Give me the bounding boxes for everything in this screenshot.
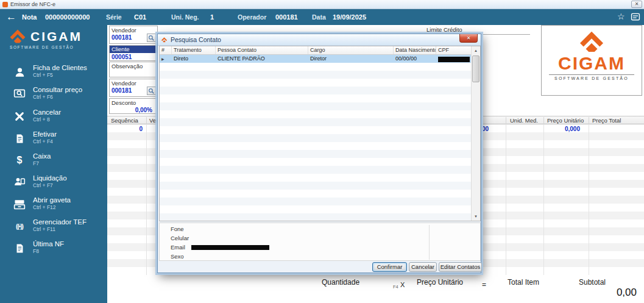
menu-shortcut: Ctrl + 8 <box>33 116 105 123</box>
cell-tratamento: Direto <box>172 55 216 63</box>
menu-shortcut: Ctrl + F12 <box>33 204 105 210</box>
desconto-value: 0,00% <box>110 106 157 114</box>
header-bar: ← Nota 000000000000 Série C01 Uni. Neg. … <box>0 9 644 25</box>
column-separator <box>589 117 589 124</box>
sidebar-item-cancelar[interactable]: Cancelar Ctrl + 8 <box>0 107 107 127</box>
grid-empty-rows[interactable] <box>160 63 471 221</box>
col-cargo[interactable]: Cargo <box>308 46 394 54</box>
cigam-logo-panel: CIGAM SOFTWARE DE GESTÃO <box>541 25 642 96</box>
sidebar-item-consultar-preco[interactable]: Consultar preço Ctrl + F6 <box>0 85 107 104</box>
invoice-icon <box>12 241 27 255</box>
sidebar-item-gerenciador-tef[interactable]: ((•)) Gerenciador TEF Ctrl + F11 <box>0 217 107 237</box>
cancelar-button[interactable]: Cancelar <box>409 262 437 272</box>
total-item-label: Total Item <box>508 278 539 287</box>
sidebar-item-ultima-nf[interactable]: Última NF F8 <box>0 239 107 258</box>
col-pessoa-contato[interactable]: Pessoa Contato <box>216 46 308 54</box>
subtotal-label: Subtotal <box>579 278 606 287</box>
cliente-value: 000051 <box>110 53 157 61</box>
sidebar-item-liquidacao[interactable]: Liquidação Ctrl + F7 <box>0 173 107 193</box>
wireless-icon: ((•)) <box>12 219 27 233</box>
menu-label: Gerenciador TEF <box>33 218 105 226</box>
dialog-title: Pesquisa Contato <box>171 36 221 43</box>
row-sequencia-value: 0 <box>108 125 143 133</box>
search-icon[interactable] <box>147 34 156 42</box>
back-arrow-icon[interactable]: ← <box>6 9 16 25</box>
contacts-grid: # Tratamento Pessoa Contato Cargo Data N… <box>159 46 481 221</box>
email-redacted-bar <box>191 245 269 250</box>
grid-scrollbar[interactable]: ▲ ▼ <box>471 46 480 221</box>
cell-cargo: Diretor <box>308 55 394 63</box>
search-icon[interactable] <box>147 87 156 95</box>
menu-shortcut: F7 <box>33 160 105 166</box>
sexo-label: Sexo <box>171 253 184 260</box>
menu-label: Abrir gaveta <box>33 196 105 204</box>
contact-detail-panel: Fone Celular Email Sexo <box>159 223 481 261</box>
vendedor-label: Vendedor <box>110 26 157 34</box>
sidebar-item-efetivar[interactable]: Efetivar Ctrl + F4 <box>0 129 107 149</box>
menu-label: Ficha de Clientes <box>33 64 105 71</box>
col-preco-total[interactable]: Preço Total <box>592 116 621 124</box>
menu-label: Última NF <box>33 240 105 248</box>
cpf-redacted-bar <box>438 57 470 62</box>
cigam-house-icon <box>9 28 27 45</box>
col-data-nascimento[interactable]: Data Nascimento <box>394 46 436 54</box>
cliente-label: Cliente <box>110 46 157 53</box>
col-hash[interactable]: # <box>160 46 172 54</box>
f4-hint: F4 <box>393 284 398 290</box>
column-separator <box>543 117 544 124</box>
menu-label: Cancelar <box>33 109 105 116</box>
dialog-titlebar[interactable]: Pesquisa Contato ✕ <box>158 34 481 46</box>
scroll-down-icon[interactable]: ▼ <box>472 212 480 221</box>
vendedor-label: Vendedor <box>110 79 157 87</box>
fone-label: Fone <box>171 226 184 232</box>
confirmar-button[interactable]: Confirmar <box>372 262 407 272</box>
column-line <box>589 124 589 275</box>
dialog-icon <box>161 37 168 43</box>
preco-unitario-label: Preço Unitário <box>417 278 463 287</box>
cell-data-nascimento: 00/00/00 <box>394 55 436 63</box>
col-unid-med[interactable]: Unid. Med. <box>510 116 538 124</box>
window-titlebar: Emissor de NFC-e ✕ <box>0 0 644 9</box>
grid-header: # Tratamento Pessoa Contato Cargo Data N… <box>160 46 480 55</box>
desconto-label: Desconto <box>110 99 157 106</box>
window-close-icon[interactable]: ✕ <box>631 1 642 8</box>
sidebar-item-abrir-gaveta[interactable]: Abrir gaveta Ctrl + F12 <box>0 195 107 215</box>
col-tratamento[interactable]: Tratamento <box>172 46 216 54</box>
contact-row[interactable]: ▶ Direto CLIENTE PADRÃO Diretor 00/00/00 <box>160 55 480 63</box>
editar-contatos-button[interactable]: Editar Contatos <box>439 262 482 272</box>
sidebar: CIGAM SOFTWARE DE GESTÃO Ficha de Client… <box>0 25 107 303</box>
dialog-close-icon[interactable]: ✕ <box>459 34 478 43</box>
menu-shortcut: Ctrl + F11 <box>33 226 105 232</box>
column-line <box>146 124 147 275</box>
col-sequencia[interactable]: Sequência <box>111 116 138 124</box>
row-partial-value: 00 <box>482 125 489 133</box>
logo-subtitle: SOFTWARE DE GESTÃO <box>9 45 105 49</box>
nota-label: Nota <box>22 9 37 25</box>
col-cpf[interactable]: CPF <box>436 46 471 54</box>
celular-label: Celular <box>171 235 189 241</box>
logo-subtitle: SOFTWARE DE GESTÃO <box>549 74 634 80</box>
desconto-field[interactable]: Desconto 0,00% <box>109 98 158 114</box>
scroll-up-icon[interactable]: ▲ <box>472 46 480 55</box>
row-preco-unitario-value: 0,000 <box>534 125 580 133</box>
menu-shortcut: F8 <box>33 248 105 254</box>
menu-shortcut: Ctrl + F6 <box>33 94 105 100</box>
sidebar-item-ficha-de-clientes[interactable]: Ficha de Clientes Ctrl + F5 <box>0 63 107 82</box>
menu-shortcut: Ctrl + F7 <box>33 182 105 188</box>
equals-sign: = <box>482 280 486 289</box>
panel-icon[interactable] <box>631 12 640 23</box>
serie-value: C01 <box>134 9 146 25</box>
favorites-star-icon[interactable]: ☆ <box>617 12 625 21</box>
menu-label: Consultar preço <box>33 86 105 93</box>
sidebar-item-caixa[interactable]: $ Caixa F7 <box>0 151 107 171</box>
cliente-field[interactable]: Cliente 000051 <box>109 45 158 61</box>
cashier-icon <box>12 175 27 190</box>
serie-label: Série <box>106 9 122 25</box>
data-label: Data <box>312 9 326 25</box>
cancel-x-icon <box>12 109 27 124</box>
subtotal-value: 0,00 <box>585 287 637 299</box>
col-preco-unitario[interactable]: Preço Unitário <box>547 116 584 124</box>
logo-text: CIGAM <box>30 29 82 44</box>
scroll-thumb[interactable] <box>472 55 479 82</box>
column-separator <box>146 117 147 124</box>
